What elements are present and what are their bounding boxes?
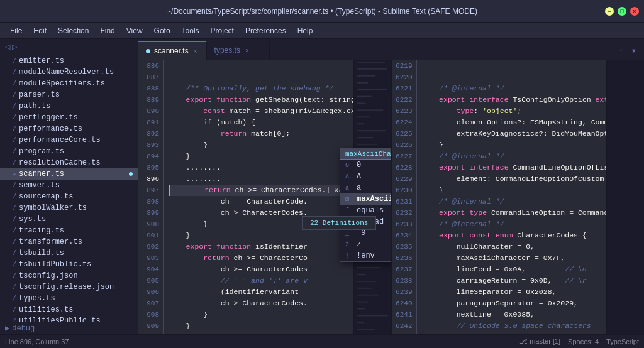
menu-help[interactable]: Help — [292, 25, 318, 36]
file-list[interactable]: /emitter.ts/moduleNameResolver.ts/module… — [0, 55, 138, 322]
editor-area: scanner.ts × types.ts × + ▾ 886887888889… — [138, 39, 644, 334]
menu-selection[interactable]: Selection — [53, 25, 94, 36]
ac-label-0: 0 — [357, 161, 361, 170]
ac-icon-a: a — [345, 185, 353, 192]
menu-goto[interactable]: Goto — [149, 25, 175, 36]
status-spaces[interactable]: Spaces: 4 — [568, 338, 599, 345]
right-code-area[interactable]: 6219622062216222622362246225622662276228… — [392, 60, 645, 334]
ac-item-z[interactable]: z z — [340, 239, 391, 250]
sidebar-file-scanner-ts[interactable]: ✦scanner.ts — [0, 168, 138, 180]
maximize-button[interactable]: □ — [618, 7, 626, 16]
ac-item-maxascii[interactable]: ⊡ maxAsciiCharacter — [340, 193, 391, 205]
sidebar-file-sourcemap-ts[interactable]: /sourcemap.ts — [0, 191, 138, 202]
ac-item-A[interactable]: A A — [340, 171, 391, 182]
code-line-right-6246: // Unicode 3.0 space characters — [422, 320, 602, 332]
file-label: tsconfig.release.json — [19, 283, 114, 291]
ac-item-0[interactable]: 0 0 — [340, 160, 391, 171]
code-line-909: } — [169, 320, 348, 332]
menu-edit[interactable]: Edit — [28, 25, 52, 36]
code-line-right-6232: /* @internal */ — [422, 196, 602, 207]
title-bar: ~/Documents/TypeScript/src/compiler/scan… — [0, 0, 644, 23]
left-code-content[interactable]: /** Optionally, get the shebang */ expor… — [164, 60, 353, 334]
ac-item-equals[interactable]: f equals — [340, 205, 391, 216]
file-icon: / — [13, 182, 16, 189]
file-icon: / — [13, 92, 16, 99]
file-label: moduleNameResolver.ts — [19, 68, 114, 77]
git-icon: ⎇ — [519, 337, 528, 345]
right-line-numbers: 6219622062216222622362246225622662276228… — [392, 60, 417, 334]
menu-tools[interactable]: Tools — [177, 25, 204, 36]
code-line-right-6224: } — [422, 139, 602, 151]
menu-file[interactable]: File — [5, 25, 27, 36]
definition-popup[interactable]: 22 Definitions — [302, 216, 376, 230]
ac-label-a: a — [357, 183, 361, 192]
modified-dot — [129, 172, 133, 176]
nav-dropdown-button[interactable]: ▾ — [629, 44, 639, 57]
ac-icon-0: 0 — [345, 162, 353, 169]
code-line-891: } — [169, 139, 348, 151]
status-branch[interactable]: ⎇ master [1] — [519, 337, 560, 345]
sidebar-file-tsbuild-ts[interactable]: /tsbuild.ts — [0, 247, 138, 259]
status-left: Line 896, Column 37 — [5, 338, 69, 345]
tab-types[interactable]: types.ts × — [207, 41, 270, 60]
sidebar-file-semver-ts[interactable]: /semver.ts — [0, 180, 138, 191]
tab-scanner-close[interactable]: × — [192, 46, 199, 56]
status-bar: Line 896, Column 37 ⎇ master [1] Spaces:… — [0, 334, 644, 348]
code-line-910: /* @internal */ — [169, 332, 348, 334]
definition-link[interactable]: 22 Definitions — [310, 219, 368, 227]
right-code-content[interactable]: /* @internal */ export interface TsConfi… — [417, 60, 607, 334]
sidebar-file-moduleNameResolver-ts[interactable]: /moduleNameResolver.ts — [0, 67, 138, 78]
sidebar-file-path-ts[interactable]: /path.ts — [0, 101, 138, 112]
code-line-right-6237: nullCharacter = 0, — [422, 241, 602, 253]
file-label: emitter.ts — [19, 57, 64, 65]
file-icon: / — [13, 114, 16, 121]
sidebar-file-types-ts[interactable]: /types.ts — [0, 293, 138, 304]
sidebar-file-tsconfig-json[interactable]: /tsconfig.json — [0, 270, 138, 281]
tab-types-label: types.ts — [214, 46, 240, 55]
sidebar-file-transformer-ts[interactable]: /transformer.ts — [0, 236, 138, 247]
sidebar-file-tsconfig-release.json[interactable]: /tsconfig.release.json — [0, 281, 138, 293]
sidebar-file-tsbuildPublic-ts[interactable]: /tsbuildPublic.ts — [0, 259, 138, 270]
ac-label-maxascii: maxAsciiCharacter — [357, 195, 391, 204]
ac-label-equals: equals — [357, 206, 384, 215]
sidebar-file-performanceCore-ts[interactable]: /performanceCore.ts — [0, 134, 138, 146]
code-line-902: export function isIdentifier — [169, 241, 348, 253]
sidebar-file-resolutionCache-ts[interactable]: /resolutionCache.ts — [0, 157, 138, 168]
sidebar-file-utilitiesPublic-ts[interactable]: /utilitiesPublic.ts — [0, 315, 138, 322]
menu-project[interactable]: Project — [206, 25, 239, 36]
status-language[interactable]: TypeScript — [606, 338, 639, 345]
tabs-bar: scanner.ts × types.ts × + ▾ — [138, 39, 644, 60]
folder-debug[interactable]: ▶ debug — [0, 322, 138, 334]
menu-find[interactable]: Find — [95, 25, 119, 36]
nav-arrows[interactable]: ◁ ▷ — [5, 43, 17, 51]
close-button[interactable]: × — [630, 7, 639, 16]
code-line-right-6221: type: 'object'; — [422, 106, 602, 117]
file-icon: / — [13, 284, 16, 291]
editors-split: 8868878888898908918928938948958968978988… — [138, 60, 644, 334]
tab-scanner[interactable]: scanner.ts × — [138, 41, 207, 60]
minimize-button[interactable]: − — [605, 7, 614, 16]
file-label: path.ts — [19, 102, 50, 111]
sidebar-file-moduleSpecifiers-ts[interactable]: /moduleSpecifiers.ts — [0, 78, 138, 89]
menu-preferences[interactable]: Preferences — [240, 25, 291, 36]
sidebar-file-utilities-ts[interactable]: /utilities.ts — [0, 304, 138, 315]
file-label: resolutionCache.ts — [19, 158, 101, 167]
file-label: symbolWalker.ts — [19, 204, 87, 212]
sidebar-file-program-ts[interactable]: /program.ts — [0, 146, 138, 157]
tab-types-close[interactable]: × — [244, 46, 250, 55]
sidebar-file-symbolWalker-ts[interactable]: /symbolWalker.ts — [0, 202, 138, 214]
nav-add-button[interactable]: + — [616, 44, 626, 57]
sidebar-file-tracing-ts[interactable]: /tracing.ts — [0, 225, 138, 236]
sidebar-file-performance-ts[interactable]: /performance.ts — [0, 123, 138, 134]
code-line-right-6226: /* @internal */ — [422, 151, 602, 162]
sidebar-file-perfLogger-ts[interactable]: /perfLogger.ts — [0, 112, 138, 123]
ac-item-a[interactable]: a a — [340, 182, 391, 193]
sidebar-file-parser-ts[interactable]: /parser.ts — [0, 89, 138, 101]
autocomplete-popup[interactable]: maxAsciiCharacter 0 0 A A a a ⊡ — [340, 148, 391, 262]
ac-item-env[interactable]: ! !env #!/usr/bin/env — [340, 250, 391, 261]
sidebar-file-emitter-ts[interactable]: /emitter.ts — [0, 55, 138, 67]
sidebar-file-sys-ts[interactable]: /sys.ts — [0, 214, 138, 225]
file-icon: / — [13, 216, 16, 223]
menu-view[interactable]: View — [121, 25, 148, 36]
code-line-908: } — [169, 309, 348, 320]
